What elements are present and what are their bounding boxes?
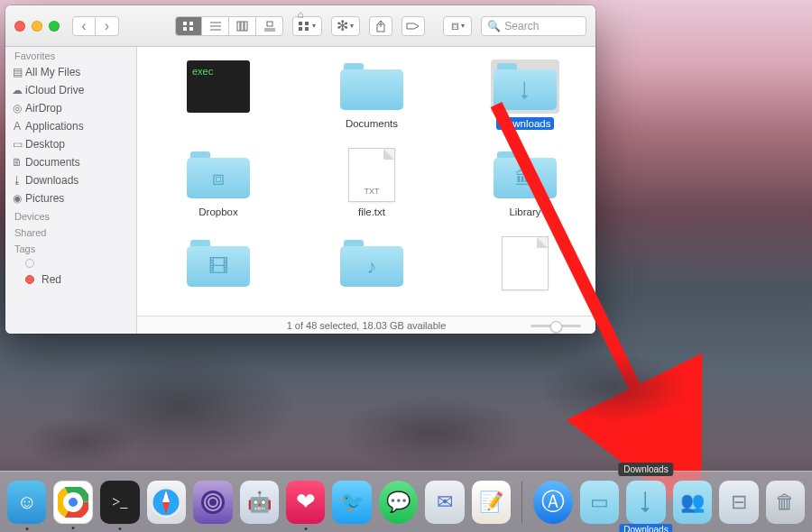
- cloud-icon: ☁: [11, 84, 23, 96]
- sidebar-heading-shared: Shared: [5, 224, 136, 240]
- icon-size-slider[interactable]: [531, 325, 581, 327]
- dock-appstore[interactable]: Ⓐ: [533, 481, 572, 524]
- desktop-icon: ▭: [11, 138, 23, 151]
- dock-safari[interactable]: [147, 481, 186, 524]
- file-item-music[interactable]: ♪: [327, 236, 417, 290]
- exec-icon: exec: [187, 60, 250, 113]
- dock-trash[interactable]: 🗑: [766, 481, 805, 524]
- status-bar: 1 of 48 selected, 18.03 GB available: [137, 316, 595, 334]
- file-item-downloads[interactable]: ⭣ Downloads: [480, 60, 570, 130]
- file-label: Dropbox: [195, 206, 241, 218]
- view-columns-button[interactable]: [229, 16, 256, 36]
- file-item-library[interactable]: 🏛 Library: [480, 148, 570, 218]
- file-item-movies[interactable]: 🎞: [173, 236, 263, 290]
- documents-icon: 🗎: [11, 156, 23, 169]
- dock-shared-folder[interactable]: 👥: [673, 481, 712, 524]
- share-icon: [375, 20, 386, 32]
- tor-icon: [199, 489, 226, 516]
- action-button[interactable]: ✻▾: [331, 16, 360, 36]
- sidebar-item-airdrop[interactable]: ◎AirDrop: [5, 99, 136, 117]
- dock-tor[interactable]: [193, 481, 232, 524]
- library-icon: 🏛: [494, 158, 557, 198]
- svg-rect-2: [183, 27, 187, 31]
- sidebar-item-desktop[interactable]: ▭Desktop: [5, 135, 136, 153]
- finder-icon: ☺: [17, 491, 37, 514]
- file-item-documents[interactable]: Documents: [327, 60, 417, 130]
- sidebar-item-documents[interactable]: 🗎Documents: [5, 153, 136, 171]
- finder-window: ‹ › ⌂ ▾: [5, 5, 595, 334]
- forward-button[interactable]: ›: [96, 16, 119, 36]
- trash-icon: 🗑: [775, 491, 795, 514]
- svg-rect-15: [299, 27, 302, 31]
- file-item-exec[interactable]: exec: [173, 60, 263, 130]
- tag-dot-red: [25, 275, 34, 284]
- search-field[interactable]: 🔍 Search: [481, 16, 586, 36]
- svg-rect-13: [299, 22, 302, 25]
- automator-icon: 🤖: [247, 491, 272, 514]
- folder-icon: ♪: [340, 240, 403, 287]
- file-item-filetxt[interactable]: TXT file.txt: [327, 148, 417, 218]
- txt-file-icon: TXT: [348, 148, 395, 202]
- dock: ☺ >_ 🤖 ❤ 🐦 💬 ✉ 📝 Ⓐ ▭ Downloads ⭣ Downloa…: [0, 471, 812, 532]
- dock-automator[interactable]: 🤖: [240, 481, 279, 524]
- dock-skitch[interactable]: ❤: [286, 481, 325, 524]
- dock-twitter[interactable]: 🐦: [332, 481, 371, 524]
- sidebar-item-icloud[interactable]: ☁iCloud Drive: [5, 81, 136, 99]
- tag-dot-none: [25, 259, 34, 268]
- sidebar: Favorites ▤All My Files ☁iCloud Drive ◎A…: [5, 47, 137, 334]
- notes-icon: 📝: [479, 491, 503, 514]
- sidebar-item-downloads[interactable]: ⭳Downloads: [5, 171, 136, 189]
- view-list-button[interactable]: [202, 16, 229, 36]
- search-placeholder: Search: [504, 20, 539, 32]
- gear-icon: ✻: [337, 17, 348, 34]
- svg-rect-0: [183, 22, 187, 25]
- sidebar-heading-favorites: Favorites: [5, 47, 136, 63]
- sidebar-item-pictures[interactable]: ◉Pictures: [5, 189, 136, 207]
- sidebar-tag-red[interactable]: Red: [5, 271, 136, 289]
- dock-folder-1[interactable]: ▭: [580, 481, 619, 524]
- dock-divider: [521, 482, 522, 523]
- dock-finder[interactable]: ☺: [7, 481, 46, 524]
- dock-chrome[interactable]: [53, 481, 93, 524]
- file-label: Documents: [342, 117, 401, 130]
- tags-button[interactable]: [401, 16, 425, 36]
- zoom-button[interactable]: [49, 21, 60, 32]
- sidebar-item-applications[interactable]: AApplications: [5, 117, 136, 135]
- dropbox-button[interactable]: ⧈▾: [443, 16, 472, 36]
- folder-icon: 🏛: [494, 151, 557, 198]
- view-coverflow-button[interactable]: [256, 16, 283, 36]
- dock-terminal[interactable]: >_: [100, 481, 139, 524]
- folder-icon: ⧈: [187, 151, 250, 198]
- folder-icon: ▭: [590, 491, 609, 514]
- dock-notes[interactable]: 📝: [472, 481, 511, 524]
- minimize-button[interactable]: [32, 21, 42, 32]
- titlebar[interactable]: ‹ › ⌂ ▾: [5, 5, 595, 47]
- movies-icon: 🎞: [187, 246, 250, 287]
- svg-rect-3: [189, 27, 193, 31]
- dock-downloads-folder[interactable]: Downloads ⭣ Downloads: [626, 481, 665, 524]
- view-icon-button[interactable]: [175, 16, 202, 36]
- svg-rect-1: [189, 22, 193, 25]
- dock-messages[interactable]: 💬: [379, 481, 418, 524]
- dock-drive[interactable]: ⊟: [719, 481, 758, 524]
- share-button[interactable]: [369, 16, 392, 36]
- drive-icon: ⊟: [731, 491, 747, 514]
- view-mode-segment: [175, 16, 283, 36]
- messages-icon: 💬: [386, 491, 411, 514]
- svg-rect-14: [305, 22, 309, 25]
- svg-rect-7: [237, 22, 240, 31]
- close-button[interactable]: [14, 21, 25, 32]
- dock-tooltip: Downloads: [618, 463, 673, 476]
- sidebar-heading-tags: Tags: [5, 240, 136, 256]
- download-arrow-icon: ⭣: [634, 488, 658, 516]
- sidebar-item-all-my-files[interactable]: ▤All My Files: [5, 63, 136, 81]
- file-item-generic-doc[interactable]: [480, 236, 570, 290]
- appstore-icon: Ⓐ: [541, 486, 565, 518]
- file-item-dropbox[interactable]: ⧈ Dropbox: [173, 148, 263, 218]
- back-button[interactable]: ‹: [72, 16, 96, 36]
- file-label: file.txt: [355, 206, 389, 218]
- file-view[interactable]: exec Documents ⭣ Downloads: [137, 47, 595, 334]
- dock-mail[interactable]: ✉: [425, 481, 464, 524]
- sidebar-tag-none[interactable]: [5, 256, 136, 271]
- skitch-icon: ❤: [296, 488, 316, 516]
